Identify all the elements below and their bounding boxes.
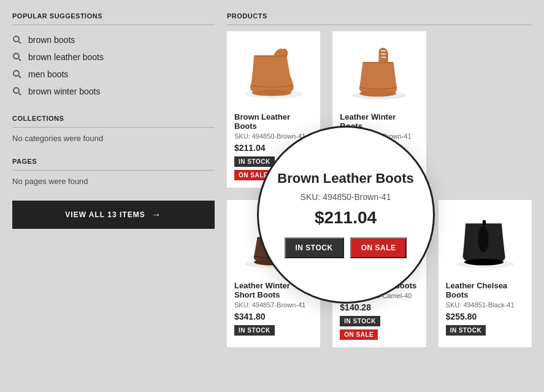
search-icon bbox=[12, 86, 22, 96]
svg-point-0 bbox=[13, 36, 19, 42]
onsale-badge: ON SALE bbox=[340, 329, 378, 340]
suggestion-item[interactable]: brown winter boots bbox=[12, 83, 215, 100]
product-name: Brown Leather Boots bbox=[234, 112, 313, 131]
left-panel: POPULAR SUGGESTIONS brown boots brown le… bbox=[12, 12, 215, 380]
search-icon bbox=[12, 69, 22, 79]
svg-point-4 bbox=[13, 71, 19, 76]
instock-badge: IN STOCK bbox=[340, 316, 380, 326]
product-card-empty bbox=[439, 31, 532, 188]
suggestion-label: men boots bbox=[28, 69, 68, 79]
pages-empty: No pages were found bbox=[12, 177, 215, 186]
svg-rect-30 bbox=[483, 220, 486, 226]
svg-point-2 bbox=[13, 53, 19, 59]
suggestion-list: brown boots brown leather boots men boot… bbox=[12, 31, 215, 100]
svg-line-7 bbox=[19, 93, 21, 96]
instock-badge: IN STOCK bbox=[446, 325, 486, 336]
suggestion-label: brown leather boots bbox=[28, 52, 104, 62]
svg-point-14 bbox=[359, 90, 396, 97]
svg-line-3 bbox=[19, 59, 21, 61]
product-sku: SKU: 494851-Black-41 bbox=[446, 301, 515, 309]
product-badges: IN STOCK bbox=[234, 325, 275, 336]
product-price: $255.80 bbox=[446, 312, 477, 321]
instock-badge: IN STOCK bbox=[234, 156, 275, 167]
popup-badges: IN STOCK ON SALE bbox=[285, 237, 407, 258]
svg-point-9 bbox=[252, 90, 291, 96]
svg-point-28 bbox=[478, 226, 488, 252]
arrow-right-icon: → bbox=[151, 209, 162, 220]
suggestion-item[interactable]: brown leather boots bbox=[12, 48, 215, 66]
search-icon bbox=[12, 52, 22, 62]
popup-sku: SKU: 494850-Brown-41 bbox=[301, 192, 391, 202]
product-sku: SKU: 494857-Brown-41 bbox=[234, 301, 305, 309]
product-price: $140.28 bbox=[340, 302, 371, 312]
svg-line-5 bbox=[19, 76, 21, 79]
instock-badge: IN STOCK bbox=[234, 325, 275, 336]
product-sku: SKU: 494850-Brown-41 bbox=[234, 133, 305, 140]
collections-empty: No categories were found bbox=[12, 134, 215, 143]
view-all-button[interactable]: VIEW ALL 13 ITEMS → bbox=[12, 201, 215, 229]
product-price: $341.80 bbox=[234, 312, 266, 321]
suggestions-title: POPULAR SUGGESTIONS bbox=[12, 12, 215, 25]
svg-point-29 bbox=[464, 259, 504, 266]
product-price: $211.04 bbox=[234, 143, 266, 153]
search-icon bbox=[12, 35, 22, 45]
popup-price: $211.04 bbox=[315, 208, 377, 228]
product-image bbox=[340, 39, 418, 106]
product-card[interactable]: Leather Chelsea BootsSKU: 494851-Black-4… bbox=[439, 200, 532, 347]
svg-line-1 bbox=[19, 42, 21, 44]
suggestion-label: brown winter boots bbox=[28, 86, 101, 96]
suggestion-label: brown boots bbox=[28, 35, 75, 45]
svg-point-6 bbox=[13, 88, 19, 93]
popup-onsale-badge[interactable]: ON SALE bbox=[350, 237, 407, 258]
popup-instock-badge[interactable]: IN STOCK bbox=[285, 237, 344, 258]
product-name: Leather Chelsea Boots bbox=[446, 281, 524, 299]
suggestion-item[interactable]: men boots bbox=[12, 66, 215, 83]
popup-title: Brown Leather Boots bbox=[277, 171, 413, 186]
view-all-label: VIEW ALL 13 ITEMS bbox=[65, 210, 145, 219]
popup-circle[interactable]: Brown Leather Boots SKU: 494850-Brown-41… bbox=[257, 126, 435, 304]
collections-title: COLLECTIONS bbox=[12, 115, 215, 128]
product-image bbox=[234, 39, 313, 106]
product-badges: IN STOCK bbox=[446, 325, 486, 336]
product-image bbox=[446, 207, 524, 275]
products-title: PRODUCTS bbox=[227, 12, 532, 25]
suggestion-item[interactable]: brown boots bbox=[12, 31, 215, 48]
product-badges: IN STOCKON SALE bbox=[340, 316, 418, 340]
pages-title: PAGES bbox=[12, 158, 215, 171]
